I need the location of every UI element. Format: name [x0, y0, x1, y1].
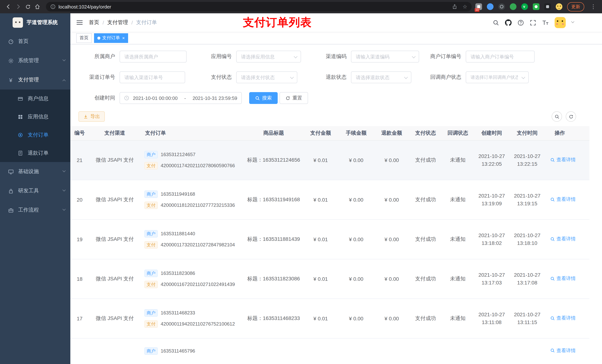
sidebar-item-payment[interactable]: ¥ 支付管理: [0, 70, 70, 90]
extension-icon[interactable]: [533, 3, 539, 10]
extension-icon[interactable]: [498, 3, 505, 10]
browser-reload-icon[interactable]: [23, 2, 32, 11]
user-avatar[interactable]: [555, 17, 566, 28]
github-icon[interactable]: [505, 19, 512, 26]
cell-pay-time: 2021-10-27 13:22:15: [509, 140, 545, 180]
sidebar-item-home[interactable]: 首页: [0, 32, 70, 51]
cell-title: 标题：1635311881439: [244, 219, 303, 259]
refresh-button[interactable]: [566, 111, 576, 122]
browser-home-icon[interactable]: [32, 2, 42, 11]
share-icon[interactable]: [452, 4, 457, 9]
cell-title: [244, 338, 303, 364]
cell-status: 支付成功: [409, 259, 442, 299]
extensions-area: 10 v 更新 ⋮: [475, 2, 598, 11]
cell-channel: [89, 338, 141, 364]
chevron-down-icon: [63, 169, 66, 172]
fullscreen-icon[interactable]: [530, 20, 536, 26]
extension-icon[interactable]: v: [521, 3, 528, 10]
cell-create-time: 2021-10-27 13:18:02: [474, 219, 509, 259]
breadcrumb-current: 支付订单: [136, 19, 157, 26]
tab-close-icon[interactable]: ×: [122, 35, 125, 41]
url-bar[interactable]: localhost:1024/pay/order ☆: [46, 2, 472, 11]
sidebar-item-app-info[interactable]: 应用信息: [0, 108, 70, 126]
lock-icon: [7, 188, 14, 194]
view-detail-link[interactable]: 查看详情: [550, 236, 576, 242]
merchant-badge: 商户: [144, 151, 158, 158]
tab-active-dot: [97, 36, 100, 39]
date-end[interactable]: 2021-10-31 23:59:59: [193, 95, 237, 101]
export-button[interactable]: 导出: [78, 111, 105, 122]
monitor-icon: [7, 169, 14, 174]
extension-icon[interactable]: 10: [475, 3, 482, 10]
sidebar-item-merchant-info[interactable]: 商户信息: [0, 90, 70, 108]
refund-status-select[interactable]: [351, 71, 411, 83]
sidebar-item-infrastructure[interactable]: 基础设施: [0, 162, 70, 181]
cell-amount: ¥ 0.01: [303, 180, 338, 219]
dashboard-icon: [7, 39, 14, 44]
app-select[interactable]: [236, 51, 301, 62]
view-detail-link[interactable]: 查看详情: [550, 196, 576, 203]
extension-icon[interactable]: [510, 3, 516, 10]
reset-button[interactable]: 重置: [280, 92, 308, 104]
table-row: 19 微信 JSAPI 支付 商户 1635311881440 支付 42000…: [70, 219, 589, 259]
view-detail-link[interactable]: 查看详情: [550, 315, 576, 322]
channel-code-select[interactable]: [351, 51, 419, 62]
cell-create-time: 2021-10-27 13:19:09: [474, 180, 509, 219]
merchant-order-no-input[interactable]: [466, 51, 535, 62]
cell-fee: ¥ 0.00: [338, 180, 374, 219]
navbar-actions: [493, 17, 596, 28]
hamburger-icon[interactable]: [76, 20, 83, 26]
briefcase-icon: [7, 207, 14, 213]
tab-home[interactable]: 首页: [76, 33, 92, 43]
emoji-extension-icon[interactable]: [556, 3, 562, 10]
sidebar-item-dev-tools[interactable]: 研发工具: [0, 181, 70, 200]
orders-table: 编号支付渠道支付订单商品标题支付金额手续金额退款金额支付状态回调状态创建时间支付…: [70, 126, 589, 364]
avatar-caret-icon[interactable]: [571, 20, 574, 23]
table-row: 18 微信 JSAPI 支付 商户 1635311823086 支付 42000…: [70, 259, 589, 299]
sidebar-item-system[interactable]: 系统管理: [0, 51, 70, 70]
extension-icon[interactable]: [487, 3, 494, 10]
merchant-badge: 商户: [144, 347, 158, 354]
extension-icon[interactable]: [544, 3, 551, 10]
font-size-icon[interactable]: [542, 20, 549, 25]
notify-status-select[interactable]: [466, 71, 529, 83]
cell-pay-time: [509, 338, 545, 364]
breadcrumb-home[interactable]: 首页: [89, 19, 99, 26]
cell-status: 支付成功: [409, 299, 442, 338]
merchant-badge: 商户: [144, 190, 158, 198]
browser-menu-icon[interactable]: ⋮: [589, 3, 598, 10]
date-start[interactable]: 2021-10-01 00:00:00: [133, 95, 178, 101]
channel-order-no-input[interactable]: [119, 71, 185, 83]
view-detail-link[interactable]: 查看详情: [550, 157, 576, 163]
cell-fee: ¥ 0.00: [338, 259, 374, 299]
sidebar-item-pay-order[interactable]: 支付订单: [0, 126, 70, 144]
browser-update-button[interactable]: 更新: [567, 2, 584, 11]
search-button[interactable]: 搜索: [249, 92, 278, 104]
browser-forward-icon[interactable]: [13, 2, 23, 11]
tab-pay-order[interactable]: 支付订单 ×: [94, 33, 128, 43]
date-range-picker[interactable]: 2021-10-01 00:00:00 - 2021-10-31 23:59:5…: [119, 92, 242, 104]
browser-chrome: localhost:1024/pay/order ☆ 10 v 更新 ⋮: [0, 0, 602, 13]
view-detail-link[interactable]: 查看详情: [550, 275, 576, 282]
sidebar-item-workflow[interactable]: 工作流程: [0, 200, 70, 220]
cell-title: 标题：1635311468233: [244, 299, 303, 338]
browser-back-icon[interactable]: [4, 2, 13, 11]
search-icon[interactable]: [493, 20, 499, 26]
cell-title: 标题：1635311949168: [244, 180, 303, 219]
toggle-search-button[interactable]: [552, 111, 562, 122]
site-info-icon[interactable]: [50, 4, 55, 9]
sidebar-item-refund-order[interactable]: 退款订单: [0, 144, 70, 162]
bookmark-star-icon[interactable]: ☆: [462, 4, 467, 10]
cell-pay-order: 商户 1635311881440 支付 42000011732021102728…: [141, 219, 244, 259]
help-icon[interactable]: [517, 20, 524, 26]
cell-channel: 微信 JSAPI 支付: [89, 259, 141, 299]
pay-status-select[interactable]: [236, 71, 297, 83]
target-icon: [17, 132, 24, 137]
view-detail-link[interactable]: 查看详情: [550, 347, 576, 354]
breadcrumb-pay-mgmt[interactable]: 支付管理: [107, 19, 128, 26]
column-header: 创建时间: [474, 126, 509, 140]
merchant-input[interactable]: [119, 51, 187, 62]
top-navbar: 首页 / 支付管理 / 支付订单 支付订单列表: [70, 13, 602, 32]
cell-create-time: 2021-10-27 13:11:08: [474, 299, 509, 338]
app-title: 芋道管理系统: [27, 19, 58, 26]
